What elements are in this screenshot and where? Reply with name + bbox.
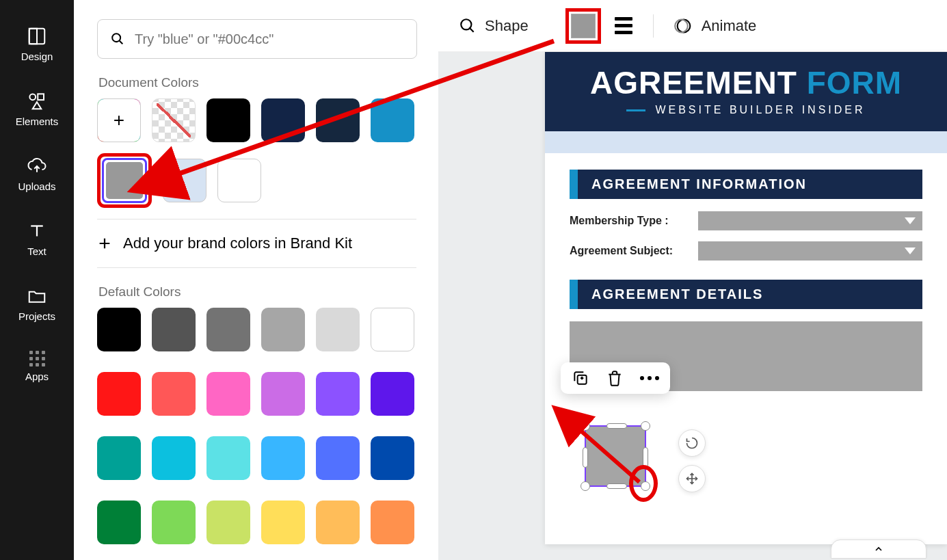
- chevron-up-icon: [873, 544, 884, 555]
- move-button[interactable]: [678, 465, 706, 492]
- swatch[interactable]: [261, 501, 305, 544]
- subject-select[interactable]: [698, 241, 922, 261]
- swatch[interactable]: [97, 436, 141, 480]
- swatch[interactable]: [97, 372, 141, 416]
- shape-tool[interactable]: Shape: [459, 17, 529, 35]
- swatch[interactable]: [316, 501, 360, 544]
- swatch[interactable]: [316, 308, 360, 351]
- rotate-icon: [685, 436, 699, 450]
- color-panel: Document Colors + Add your brand colors …: [74, 0, 438, 560]
- nav-rail: Design Elements Uploads Text Projects Ap…: [0, 0, 74, 560]
- resize-handle-b[interactable]: [606, 483, 627, 489]
- brand-kit-label: Add your brand colors in Brand Kit: [123, 235, 352, 252]
- rotate-button[interactable]: [678, 429, 706, 457]
- swatch[interactable]: [371, 308, 414, 351]
- projects-icon: [27, 286, 47, 306]
- resize-handle-l[interactable]: [583, 447, 588, 468]
- section-agreement-info: AGREEMENT INFORMATION: [578, 170, 922, 199]
- swatch-blue[interactable]: [371, 98, 414, 142]
- document-colors-label: Document Colors: [98, 75, 416, 90]
- swatch[interactable]: [261, 372, 305, 416]
- text-icon: [27, 221, 47, 241]
- swatch[interactable]: [97, 501, 141, 544]
- membership-select[interactable]: [698, 211, 922, 230]
- context-toolbar: [561, 362, 670, 394]
- swatch-black[interactable]: [206, 98, 250, 142]
- expand-pages-button[interactable]: [831, 539, 926, 559]
- nav-apps-label: Apps: [25, 371, 49, 382]
- transparent-swatch[interactable]: [152, 98, 196, 142]
- nav-apps[interactable]: Apps: [0, 340, 74, 393]
- fill-color-button[interactable]: [571, 14, 596, 38]
- form-row-subject: Agreement Subject:: [570, 241, 922, 261]
- swatch[interactable]: [261, 436, 305, 480]
- annotation-ellipse: [629, 465, 658, 502]
- top-toolbar: Shape Animate: [438, 0, 947, 52]
- nav-uploads[interactable]: Uploads: [0, 145, 74, 203]
- swatch[interactable]: [206, 501, 250, 544]
- resize-handle-tl[interactable]: [581, 421, 590, 431]
- swatch-darknavy[interactable]: [316, 98, 360, 142]
- color-search-input[interactable]: [135, 31, 404, 47]
- resize-handle-t[interactable]: [606, 423, 627, 429]
- svg-rect-1: [29, 29, 37, 44]
- swatch-navy[interactable]: [261, 98, 305, 142]
- swatch[interactable]: [152, 372, 196, 416]
- field-membership-label: Membership Type :: [570, 215, 686, 227]
- swatch-lightblue[interactable]: [163, 159, 206, 202]
- svg-point-2: [29, 94, 36, 100]
- add-color-swatch[interactable]: +: [97, 98, 141, 142]
- nav-projects[interactable]: Projects: [0, 275, 74, 333]
- more-icon[interactable]: [640, 376, 659, 380]
- selected-gray-swatch-highlight: [97, 153, 152, 208]
- swatch[interactable]: [261, 308, 305, 351]
- swatch[interactable]: [316, 436, 360, 480]
- default-colors-label: Default Colors: [98, 284, 416, 299]
- duplicate-icon[interactable]: [572, 369, 589, 387]
- animate-icon: [674, 16, 693, 36]
- swatch[interactable]: [152, 308, 196, 351]
- doc-subtitle: WEBSITE BUILDER INSIDER: [565, 104, 926, 116]
- animate-label: Animate: [702, 17, 757, 35]
- swatch[interactable]: [206, 372, 250, 416]
- swatch[interactable]: [152, 501, 196, 544]
- nav-uploads-label: Uploads: [18, 181, 55, 192]
- swatch[interactable]: [97, 308, 141, 351]
- section-agreement-details: AGREEMENT DETAILS: [578, 280, 922, 309]
- animate-tool[interactable]: Animate: [674, 16, 757, 36]
- brand-kit-link[interactable]: Add your brand colors in Brand Kit: [97, 219, 416, 268]
- field-subject-label: Agreement Subject:: [570, 245, 686, 257]
- search-icon: [110, 31, 125, 46]
- plus-icon: [97, 236, 112, 251]
- document-colors-row1: +: [97, 98, 416, 142]
- selected-gray-swatch[interactable]: [106, 162, 143, 199]
- resize-handle-bl[interactable]: [581, 481, 590, 491]
- doc-header: AGREEMENT FORM WEBSITE BUILDER INSIDER: [545, 52, 947, 131]
- nav-text-label: Text: [27, 245, 46, 257]
- nav-text[interactable]: Text: [0, 210, 74, 268]
- resize-handle-tr[interactable]: [641, 421, 650, 431]
- uploads-icon: [27, 156, 47, 176]
- swatch[interactable]: [316, 372, 360, 416]
- shape-icon: [459, 17, 477, 35]
- nav-design[interactable]: Design: [0, 15, 74, 73]
- fill-color-highlight: [565, 8, 601, 44]
- swatch[interactable]: [371, 501, 414, 544]
- swatch[interactable]: [371, 436, 414, 480]
- nav-elements[interactable]: Elements: [0, 80, 74, 138]
- svg-rect-3: [38, 94, 44, 100]
- doc-title: AGREEMENT FORM: [565, 64, 926, 101]
- swatch-white[interactable]: [217, 159, 261, 202]
- swatch[interactable]: [206, 308, 250, 351]
- border-style-button[interactable]: [615, 17, 632, 34]
- delete-icon[interactable]: [606, 369, 624, 387]
- move-icon: [685, 472, 699, 485]
- swatch[interactable]: [371, 372, 414, 416]
- document-colors-row2: [97, 153, 416, 208]
- shape-label: Shape: [485, 17, 529, 35]
- swatch[interactable]: [206, 436, 250, 480]
- doc-title-a: AGREEMENT: [590, 65, 797, 101]
- color-search[interactable]: [97, 19, 417, 59]
- swatch[interactable]: [152, 436, 196, 480]
- elements-icon: [27, 91, 47, 111]
